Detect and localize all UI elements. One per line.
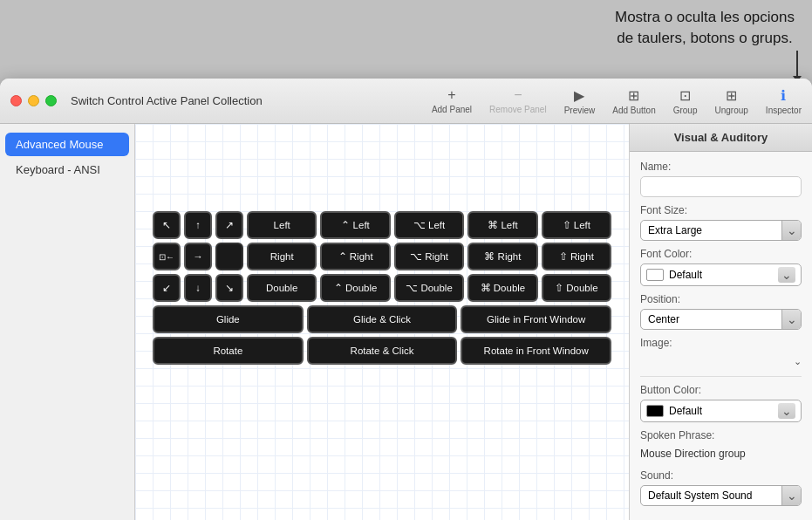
font-color-select[interactable]: Default ⌄ — [640, 263, 802, 286]
inspector-button[interactable]: ℹ Inspector — [766, 87, 802, 115]
maximize-button[interactable] — [45, 95, 57, 106]
kb-row-4: Glide Glide & Click Glide in Front Windo… — [153, 305, 611, 333]
kb-row-2: ⊡← → Right ⌃ Right ⌥ Right ⌘ Right ⇧ Rig… — [153, 243, 611, 270]
image-arrow-icon[interactable]: ⌄ — [794, 356, 802, 367]
font-color-value: Default — [669, 269, 773, 281]
ungroup-icon: ⊞ — [726, 87, 737, 104]
font-color-arrow[interactable]: ⌄ — [778, 267, 795, 283]
kb-btn-rotate[interactable]: Rotate — [153, 337, 304, 365]
position-arrow[interactable]: ⌄ — [781, 310, 801, 329]
spoken-phrase-label: Spoken Phrase: — [640, 429, 802, 441]
canvas-area[interactable]: ↖ ↑ ↗ Left ⌃ Left ⌥ Left ⌘ Left ⇧ Left ⊡… — [135, 124, 629, 520]
kb-btn-arrow-right-move[interactable]: → — [184, 243, 212, 270]
kb-btn-glide[interactable]: Glide — [153, 305, 304, 333]
font-size-value: Extra Large — [641, 221, 781, 240]
position-label: Position: — [640, 293, 802, 305]
minimize-button[interactable] — [28, 95, 39, 106]
add-button-icon: ⊞ — [628, 87, 639, 104]
preview-label: Preview — [564, 106, 596, 115]
panel-body: Name: Font Size: Extra Large ⌄ Font Colo… — [630, 152, 812, 515]
kb-btn-shift-left[interactable]: ⇧ Left — [542, 211, 611, 239]
image-arrow[interactable]: ⌄ — [640, 352, 802, 371]
font-color-swatch — [646, 269, 664, 281]
sound-arrow[interactable]: ⌄ — [781, 486, 801, 505]
kb-btn-arrow-n[interactable]: ↑ — [184, 211, 212, 239]
button-color-label: Button Color: — [640, 384, 802, 396]
add-panel-button[interactable]: + Add Panel — [432, 87, 472, 114]
inspector-icon: ℹ — [781, 87, 786, 104]
sidebar-item-label: Advanced Mouse — [16, 138, 103, 151]
name-label: Name: — [640, 161, 802, 173]
kb-btn-rotate-click[interactable]: Rotate & Click — [307, 337, 458, 365]
button-color-select[interactable]: Default ⌄ — [640, 400, 802, 422]
panel-header: Visual & Auditory — [630, 124, 812, 152]
add-panel-label: Add Panel — [432, 105, 472, 114]
content: Advanced Mouse Keyboard - ANSI ↖ ↑ ↗ Lef… — [0, 124, 812, 520]
add-button-button[interactable]: ⊞ Add Button — [612, 87, 655, 115]
sidebar: Advanced Mouse Keyboard - ANSI — [0, 124, 135, 520]
kb-btn-right[interactable]: Right — [247, 243, 317, 270]
add-panel-icon: + — [447, 87, 455, 103]
tooltip-line2: de taulers, botons o grups. — [615, 28, 795, 49]
sound-label: Sound: — [640, 469, 802, 482]
kb-btn-arrow-s[interactable]: ↓ — [184, 274, 212, 302]
kb-btn-arrow-ne[interactable]: ↗ — [215, 211, 243, 239]
button-color-swatch — [646, 405, 664, 417]
kb-btn-double[interactable]: Double — [247, 274, 317, 302]
add-button-label: Add Button — [612, 106, 655, 115]
remove-panel-button[interactable]: − Remove Panel — [489, 87, 547, 114]
font-size-label: Font Size: — [640, 204, 802, 216]
kb-btn-cmd-left[interactable]: ⌘ Left — [467, 211, 537, 239]
font-size-select[interactable]: Extra Large ⌄ — [640, 220, 802, 241]
divider-1 — [640, 376, 802, 377]
button-color-arrow[interactable]: ⌄ — [778, 403, 795, 419]
kb-row-1: ↖ ↑ ↗ Left ⌃ Left ⌥ Left ⌘ Left ⇧ Left — [153, 211, 611, 239]
group-button[interactable]: ⊡ Group — [673, 87, 698, 115]
name-input[interactable] — [640, 176, 802, 197]
kb-btn-cmd-right[interactable]: ⌘ Right — [467, 243, 537, 270]
sidebar-item-advanced-mouse[interactable]: Advanced Mouse — [5, 133, 129, 156]
kb-btn-shift-double[interactable]: ⇧ Double — [542, 274, 611, 302]
kb-btn-ctrl-left[interactable]: ⌃ Left — [320, 211, 390, 239]
kb-btn-arrow-sw[interactable]: ↙ — [153, 274, 181, 302]
kb-btn-ctrl-right[interactable]: ⌃ Right — [320, 243, 390, 270]
kb-btn-ctrl-double[interactable]: ⌃ Double — [320, 274, 390, 302]
kb-btn-left[interactable]: Left — [247, 211, 317, 239]
kb-btn-cmd-double[interactable]: ⌘ Double — [467, 274, 537, 302]
ungroup-label: Ungroup — [715, 106, 748, 115]
remove-panel-icon: − — [514, 87, 522, 103]
sound-select[interactable]: Default System Sound ⌄ — [640, 485, 802, 506]
font-size-arrow[interactable]: ⌄ — [781, 221, 801, 240]
titlebar: Switch Control Active Panel Collection +… — [0, 79, 812, 124]
kb-btn-shift-right[interactable]: ⇧ Right — [542, 243, 611, 270]
position-select[interactable]: Center ⌄ — [640, 309, 802, 330]
traffic-lights — [10, 95, 57, 106]
kb-btn-arrow-nw[interactable]: ↖ — [153, 211, 181, 239]
kb-btn-rotate-front[interactable]: Rotate in Front Window — [461, 337, 611, 365]
kb-btn-alt-right[interactable]: ⌥ Right — [394, 243, 464, 270]
sound-value: Default System Sound — [641, 486, 781, 505]
group-icon: ⊡ — [679, 87, 691, 104]
kb-row-5: Rotate Rotate & Click Rotate in Front Wi… — [153, 337, 611, 365]
button-color-value: Default — [669, 405, 773, 417]
keyboard-container: ↖ ↑ ↗ Left ⌃ Left ⌥ Left ⌘ Left ⇧ Left ⊡… — [153, 211, 611, 368]
group-label: Group — [673, 106, 698, 115]
inspector-label: Inspector — [766, 106, 802, 115]
position-value: Center — [641, 310, 781, 329]
font-color-label: Font Color: — [640, 248, 802, 260]
preview-icon: ▶ — [574, 87, 584, 104]
kb-btn-arrow-se[interactable]: ↘ — [215, 274, 243, 302]
close-button[interactable] — [10, 95, 22, 106]
kb-btn-box-left[interactable]: ⊡← — [153, 243, 181, 270]
kb-row-3: ↙ ↓ ↘ Double ⌃ Double ⌥ Double ⌘ Double … — [153, 274, 611, 302]
kb-btn-glide-click[interactable]: Glide & Click — [307, 305, 458, 333]
window-title: Switch Control Active Panel Collection — [71, 94, 263, 107]
sidebar-item-label: Keyboard - ANSI — [16, 163, 100, 176]
kb-btn-glide-front[interactable]: Glide in Front Window — [461, 305, 611, 333]
kb-btn-alt-left[interactable]: ⌥ Left — [394, 211, 464, 239]
kb-btn-alt-double[interactable]: ⌥ Double — [394, 274, 464, 302]
preview-button[interactable]: ▶ Preview — [564, 87, 596, 115]
ungroup-button[interactable]: ⊞ Ungroup — [715, 87, 748, 115]
sidebar-item-keyboard-ansi[interactable]: Keyboard - ANSI — [5, 158, 129, 181]
image-label: Image: — [640, 337, 802, 349]
